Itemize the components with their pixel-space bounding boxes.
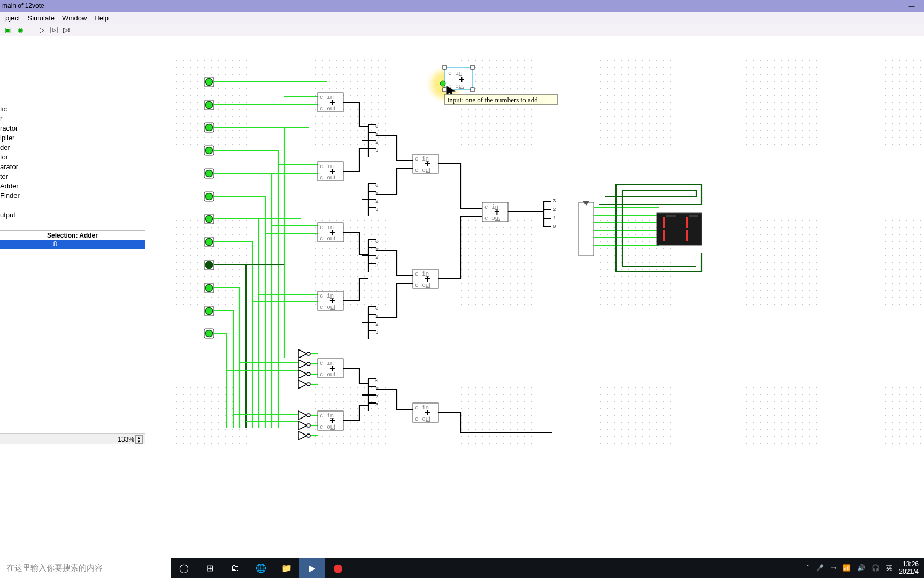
tree-item[interactable]: Finder — [0, 192, 20, 200]
properties-header: Selection: Adder — [0, 231, 145, 240]
tree-item[interactable]: arator — [0, 163, 18, 171]
stage3-adder — [482, 202, 508, 222]
svg-text:0: 0 — [553, 224, 556, 230]
tree-item[interactable]: iplier — [0, 134, 14, 142]
toolbar-tick-icon[interactable]: ▷ — [50, 27, 58, 33]
taskbar[interactable]: 在这里输入你要搜索的内容 ◯ ⊞ 🗂 🌐 📁 ▶ ⬤ ˄ 🎤 ▭ 📶 🔊 🎧 英… — [0, 558, 924, 578]
minimize-button[interactable]: — — [899, 0, 924, 12]
tree-item[interactable]: tor — [0, 153, 8, 161]
taskbar-record-icon[interactable]: ⬤ — [325, 558, 351, 578]
svg-point-34 — [440, 81, 445, 86]
svg-text:Input: one of the numbers to a: Input: one of the numbers to add — [447, 96, 538, 104]
component-tree[interactable]: tic r ractor iplier der tor arator ter A… — [0, 36, 145, 230]
menu-window[interactable]: Window — [59, 13, 90, 23]
toolbar-run-icon[interactable]: ▷⁝ — [62, 26, 71, 34]
toolbar-button-2[interactable]: ◉ — [16, 26, 25, 34]
title-bar: main of 12vote — — [0, 0, 924, 12]
svg-rect-25 — [689, 215, 698, 217]
toolbar: ▣ ◉ ▷ ▷ ▷⁝ — [0, 24, 924, 36]
tray-ime-label[interactable]: 英 — [886, 564, 892, 573]
svg-point-12 — [206, 262, 213, 269]
bcd-converter — [579, 201, 594, 256]
svg-rect-22 — [666, 215, 676, 217]
tray-wifi-icon[interactable]: 📶 — [843, 564, 851, 572]
tree-item[interactable]: der — [0, 143, 10, 151]
toolbar-step-icon[interactable]: ▷ — [37, 26, 46, 34]
svg-rect-21 — [663, 230, 665, 241]
svg-rect-23 — [686, 217, 688, 228]
taskbar-app2-icon[interactable]: 🌐 — [248, 558, 274, 578]
taskbar-taskview-icon[interactable]: ⊞ — [197, 558, 222, 578]
menu-simulate[interactable]: Simulate — [24, 13, 58, 23]
stage1-adders — [318, 93, 343, 430]
seven-segment-display — [657, 213, 702, 245]
property-value[interactable]: 8 — [53, 240, 145, 249]
svg-rect-24 — [686, 230, 688, 241]
input-bus-dark — [214, 265, 284, 428]
left-pane: tic r ractor iplier der tor arator ter A… — [0, 36, 145, 444]
tree-item[interactable]: ter — [0, 172, 8, 180]
taskbar-app1-icon[interactable]: 🗂 — [222, 558, 248, 578]
tray-clock[interactable]: 13:26 2021/4 — [899, 560, 922, 575]
tree-item[interactable]: utput — [0, 211, 16, 219]
tray-mic-icon[interactable]: 🎤 — [816, 564, 824, 572]
selected-adder[interactable]: c in + c out — [440, 65, 474, 92]
svg-text:2: 2 — [553, 207, 556, 212]
svg-rect-20 — [663, 217, 665, 228]
tray-battery-icon[interactable]: ▭ — [830, 564, 836, 572]
tooltip: Input: one of the numbers to add — [445, 94, 557, 105]
input-pins[interactable] — [204, 77, 214, 338]
taskbar-player-icon[interactable]: ▶ — [299, 558, 325, 578]
tree-item[interactable]: r — [0, 115, 2, 123]
tree-item[interactable]: ractor — [0, 124, 18, 132]
taskbar-search[interactable]: 在这里输入你要搜索的内容 — [0, 558, 171, 578]
stage2-adders — [413, 154, 438, 422]
zoom-bar: 133% ▴▾ — [0, 434, 145, 444]
input-bus-bright — [214, 82, 327, 428]
menu-help[interactable]: Help — [91, 13, 112, 23]
stage1-splitters — [362, 124, 378, 411]
zoom-spinner[interactable]: ▴▾ — [135, 435, 143, 444]
menu-project[interactable]: pject — [2, 13, 23, 23]
property-key — [0, 240, 53, 249]
not-gates — [298, 349, 310, 440]
window-title: main of 12vote — [2, 2, 44, 10]
svg-rect-30 — [443, 65, 446, 69]
tree-item[interactable]: tic — [0, 105, 7, 113]
tray-volume-icon[interactable]: 🔊 — [857, 564, 865, 572]
properties-pane: Selection: Adder 8 — [0, 230, 145, 434]
toolbar-button-1[interactable]: ▣ — [3, 26, 12, 34]
svg-text:1: 1 — [553, 216, 556, 221]
output-splitter: 3 2 1 0 — [544, 199, 556, 230]
svg-rect-33 — [471, 88, 474, 92]
svg-rect-17 — [579, 202, 594, 256]
zoom-value: 133% — [118, 436, 134, 443]
properties-row[interactable]: 8 — [0, 240, 145, 249]
tray-chevron-icon[interactable]: ˄ — [806, 564, 810, 572]
circuit-canvas[interactable]: c in + c out 0 1 — [145, 36, 924, 444]
taskbar-cortana-icon[interactable]: ◯ — [171, 558, 197, 578]
menu-bar: pject Simulate Window Help — [0, 12, 924, 24]
taskbar-explorer-icon[interactable]: 📁 — [274, 558, 299, 578]
svg-rect-31 — [471, 65, 474, 69]
tree-item[interactable]: Adder — [0, 182, 19, 190]
svg-text:3: 3 — [553, 199, 556, 204]
svg-rect-32 — [443, 88, 446, 92]
tray-headset-icon[interactable]: 🎧 — [872, 564, 880, 572]
